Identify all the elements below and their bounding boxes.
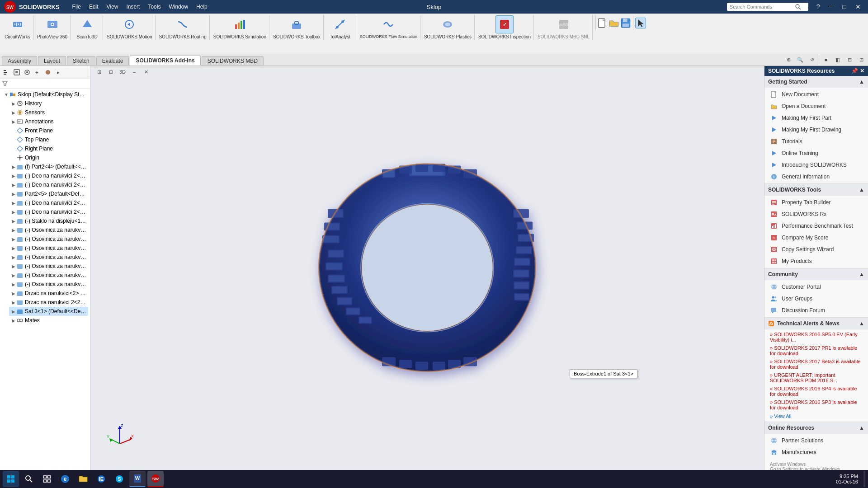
tree-item-annotations[interactable]: ▶ Annotations [9,117,88,126]
sw-mbd-button[interactable]: MBD [555,15,573,33]
tolanalyst-button[interactable] [331,15,349,33]
sw-toolbox-button[interactable] [288,15,306,33]
rp-manufacturers[interactable]: Manufacturers [764,446,868,458]
menu-edit[interactable]: Edit [85,3,102,11]
edge-taskbar-button[interactable]: IE [93,471,109,487]
tree-item-drzac2c2[interactable]: ▶ Drzac na narukvici 2<2> (Default<<D [9,298,88,307]
skype-button[interactable]: S [111,471,127,487]
tree-item-osov1[interactable]: ▶ (-) Osovinica za narukvicu<1> (Defau [9,225,88,235]
view-rotate-button[interactable]: ↺ [807,55,817,65]
getting-started-header[interactable]: Getting Started ▲ [764,76,868,88]
feature-tree[interactable]: ▼ Sklop (Default<Display State-1>) ▶ His… [0,89,90,472]
tree-item-deo-nar-2c4[interactable]: ▶ (-) Deo na narukvici 2<4> (Default<< [9,180,88,189]
tree-item-sat3c1[interactable]: ▶ Sat 3<1> (Default<<Default>_Displ [9,307,88,316]
rp-prop-tab[interactable]: Property Tab Builder [764,197,868,208]
rp-view-all[interactable]: » View All [764,412,868,421]
tab-layout[interactable]: Layout [38,56,66,66]
display-mode-button[interactable]: ■ [821,55,831,65]
menu-view[interactable]: View [103,3,122,11]
section-view-button[interactable]: ⊟ [844,55,854,65]
tree-item-part2c4[interactable]: ▶ (f) Part2<4> (Default<<Default>_Disp [9,162,88,171]
more-tabs[interactable]: ▸ [53,67,63,77]
pointer-button[interactable] [635,18,646,28]
tree-item-deo-nar-2c5[interactable]: ▶ (-) Deo na narukvici 2<5> (Default<< [9,198,88,207]
file-explorer-button[interactable] [75,471,91,487]
rp-online-training[interactable]: Online Training [764,147,868,159]
rp-general-info[interactable]: i General Information [764,171,868,183]
open-button[interactable] [609,18,619,28]
rp-making-first-drawing[interactable]: Making My First Drawing [764,124,868,136]
minimize-button[interactable]: ─ [826,2,837,11]
rp-sw-rx[interactable]: Rx SOLIDWORKS Rx [764,208,868,220]
tree-item-history[interactable]: ▶ History [9,99,88,108]
menu-window[interactable]: Window [165,3,192,11]
tree-item-osov6[interactable]: ▶ (-) Osovinica za narukvicu<6> (Defau [9,271,88,280]
dim-expert-tab[interactable]: + [33,67,42,77]
feature-manager-tab[interactable] [1,67,11,77]
resources-panel-close[interactable]: ✕ [860,68,864,74]
rp-benchmark[interactable]: Performance Benchmark Test [764,220,868,232]
taskview-button[interactable] [39,471,55,487]
sw-simulation-button[interactable] [231,15,249,33]
tab-assembly[interactable]: Assembly [2,56,37,66]
rp-making-first-part[interactable]: Making My First Part [764,112,868,124]
3d-model-area[interactable]: Boss-Extrude1 of Sat 3<1> Z X Y [90,68,764,469]
tree-item-part2c5[interactable]: ▶ Part2<5> (Default<Default>_Display [9,189,88,198]
view-fit-button[interactable]: ⊕ [783,55,793,65]
community-header[interactable]: Community ▲ [764,268,868,280]
ie-taskbar-button[interactable]: e [57,471,73,487]
menu-file[interactable]: File [69,3,85,11]
new-button[interactable] [597,18,608,28]
news-item-5[interactable]: » SOLIDWORKS 2016 SP4 is available for d… [764,385,868,398]
tree-item-front-plane[interactable]: Front Plane [9,126,88,135]
news-item-1[interactable]: » SOLIDWORKS 2016 SP5.0 EV (Early Visibi… [764,330,868,344]
tree-item-drzac2[interactable]: ▶ Drzac na narukvici<2> (Default<<Del [9,289,88,298]
tree-item-top-plane[interactable]: Top Plane [9,135,88,144]
tech-alerts-header[interactable]: Technical Alerts & News ▲ [764,318,868,329]
rp-open-document[interactable]: Open a Document [764,100,868,112]
tree-item-deo-nar-2c3[interactable]: ▶ (-) Deo na narukvici 2<3> (Default<< [9,171,88,180]
sw-motion-button[interactable] [120,15,138,33]
tab-sketch[interactable]: Sketch [67,56,95,66]
tree-item-right-plane[interactable]: Right Plane [9,144,88,153]
tab-sw-mbd[interactable]: SOLIDWORKS MBD [202,56,264,66]
tree-root-item[interactable]: ▼ Sklop (Default<Display State-1>) [2,90,88,99]
news-item-4[interactable]: » URGENT ALERT: Important SOLIDWORKS PDM… [764,371,868,385]
rp-compare-score[interactable]: ≈ Compare My Score [764,232,868,244]
rp-discussion-forum[interactable]: Discussion Forum [764,305,868,316]
property-manager-tab[interactable] [12,67,22,77]
menu-tools[interactable]: Tools [144,3,164,11]
tree-item-sensors[interactable]: ▶ Sensors [9,108,88,117]
tree-item-osov4[interactable]: ▶ (-) Osovinica za narukvicu<4> (Defau [9,253,88,262]
rp-partner-solutions[interactable]: Partner Solutions [764,435,868,446]
show-desktop-button[interactable] [863,471,865,487]
rp-user-groups[interactable]: User Groups [764,293,868,305]
command-search[interactable] [727,3,808,11]
rp-tutorials[interactable]: Tutorials [764,136,868,147]
tree-item-staklo[interactable]: ▶ (-) Staklo na displeju<1> (Default<<D [9,216,88,225]
tree-item-osov3[interactable]: ▶ (-) Osovinica za narukvicu<3> (Defau [9,244,88,253]
sw-plastics-button[interactable] [439,15,457,33]
tree-item-deo-nar-2c6[interactable]: ▶ (-) Deo na narukvici 2<6> (Default<< [9,207,88,216]
online-resources-header[interactable]: Online Resources ▲ [764,422,868,434]
help-button[interactable]: ? [813,2,824,11]
menu-insert[interactable]: Insert [123,3,143,11]
menu-help[interactable]: Help [193,3,211,11]
tree-item-mates[interactable]: ▶ Mates [9,316,88,325]
sw-inspection-button[interactable]: ✓ [495,15,514,33]
hide-show-button[interactable]: ◧ [833,55,843,65]
close-button[interactable]: ✕ [852,2,864,11]
photoview-button[interactable] [43,15,61,33]
tree-item-osov5[interactable]: ▶ (-) Osovinica za narukvicu<5> (Defau [9,262,88,271]
rp-customer-portal[interactable]: Customer Portal [764,281,868,293]
scanto3d-button[interactable] [78,15,96,33]
maximize-button[interactable]: □ [839,2,850,11]
tree-item-origin[interactable]: Origin [9,153,88,162]
tab-evaluate[interactable]: Evaluate [96,56,129,66]
config-manager-tab[interactable] [22,67,32,77]
solidworks-taskbar-button[interactable]: SW [147,471,164,487]
view-orientation-button[interactable]: ⊡ [856,55,866,65]
sw-routing-button[interactable] [174,15,192,33]
command-search-input[interactable] [730,4,793,9]
sw-tools-header[interactable]: SOLIDWORKS Tools ▲ [764,184,868,196]
